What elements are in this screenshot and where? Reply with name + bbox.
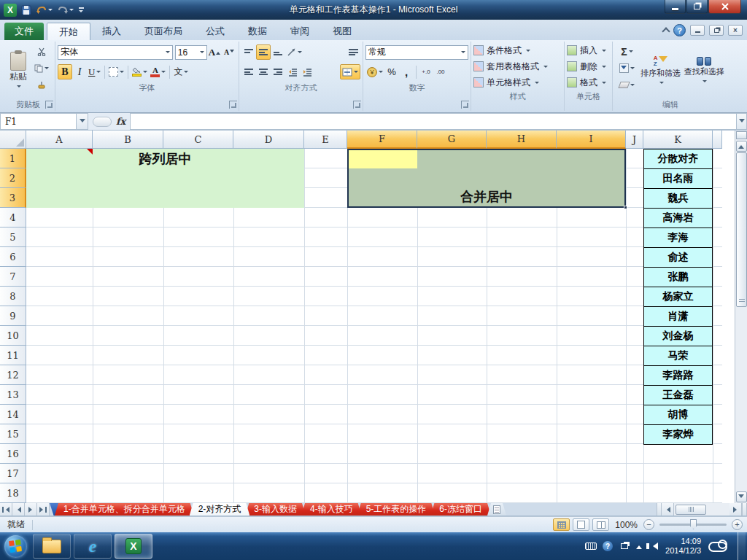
start-button[interactable] bbox=[4, 535, 27, 558]
row-header[interactable]: 5 bbox=[0, 228, 26, 247]
column-header[interactable]: I bbox=[557, 131, 626, 149]
split-handle[interactable] bbox=[736, 131, 747, 139]
keyboard-tray-icon[interactable] bbox=[585, 541, 597, 551]
row-header[interactable]: 4 bbox=[0, 208, 26, 228]
column-header[interactable]: C bbox=[163, 131, 233, 149]
cells-menu-button[interactable]: 删除 bbox=[567, 58, 610, 74]
undo-dropdown-icon[interactable] bbox=[48, 9, 53, 13]
zoom-slider-track[interactable] bbox=[659, 524, 727, 526]
column-header[interactable] bbox=[713, 131, 722, 149]
middle-align-button[interactable] bbox=[256, 44, 271, 60]
ribbon-tab[interactable]: 插入 bbox=[90, 23, 133, 40]
customize-qat-button[interactable] bbox=[77, 4, 85, 17]
taskbar-clock[interactable]: 14:09 2014/12/3 bbox=[665, 537, 701, 556]
sheet-tab[interactable]: 6-冻结窗口 bbox=[430, 503, 491, 516]
ribbon-tab[interactable]: 审阅 bbox=[279, 23, 321, 40]
workbook-restore-button[interactable] bbox=[709, 25, 724, 36]
number-format-combo[interactable]: 常规 bbox=[365, 45, 468, 60]
name-cell[interactable]: 马荣 bbox=[643, 346, 713, 366]
row-header[interactable]: 14 bbox=[0, 405, 26, 424]
vertical-scrollbar[interactable] bbox=[735, 131, 747, 503]
clipboard-dialog-launcher-icon[interactable] bbox=[45, 101, 53, 109]
formula-input[interactable] bbox=[130, 113, 736, 130]
name-cell[interactable]: 刘金杨 bbox=[643, 327, 713, 346]
last-sheet-button[interactable] bbox=[37, 503, 50, 516]
fill-handle[interactable] bbox=[624, 206, 627, 209]
number-dialog-launcher-icon[interactable] bbox=[461, 101, 469, 109]
close-button[interactable] bbox=[708, 0, 741, 14]
styles-menu-button[interactable]: 单元格样式 bbox=[473, 74, 562, 90]
name-cell[interactable]: 田名雨 bbox=[643, 169, 713, 189]
top-align-button[interactable] bbox=[241, 44, 256, 60]
column-header[interactable]: G bbox=[417, 131, 487, 149]
column-header[interactable]: A bbox=[26, 131, 93, 149]
cut-button[interactable] bbox=[33, 44, 50, 59]
windows-tray-icon[interactable] bbox=[619, 541, 630, 551]
weather-icon[interactable] bbox=[707, 540, 727, 553]
row-header[interactable]: 12 bbox=[0, 365, 26, 385]
increase-indent-button[interactable] bbox=[300, 64, 314, 79]
column-header[interactable]: F bbox=[347, 131, 417, 149]
row-header[interactable]: 9 bbox=[0, 306, 26, 326]
show-hidden-icons-button[interactable] bbox=[636, 542, 642, 549]
insert-worksheet-button[interactable] bbox=[487, 503, 506, 516]
column-header[interactable]: H bbox=[487, 131, 557, 149]
bold-button[interactable]: B bbox=[58, 64, 72, 79]
format-painter-button[interactable] bbox=[33, 77, 50, 93]
paste-button[interactable]: 粘贴 bbox=[4, 42, 33, 98]
name-cell[interactable]: 俞述 bbox=[643, 248, 713, 268]
undo-button[interactable] bbox=[35, 4, 54, 17]
active-cell-F1[interactable] bbox=[349, 150, 417, 168]
paste-dropdown-icon[interactable] bbox=[17, 85, 21, 90]
name-cell[interactable]: 分散对齐 bbox=[643, 149, 713, 169]
row-header[interactable]: 3 bbox=[0, 188, 26, 208]
horizontal-scrollbar[interactable] bbox=[674, 503, 729, 516]
alignment-dialog-launcher-icon[interactable] bbox=[353, 101, 361, 109]
minimize-ribbon-icon[interactable] bbox=[662, 27, 670, 35]
zoom-out-button[interactable]: − bbox=[643, 519, 654, 530]
styles-menu-button[interactable]: 条件格式 bbox=[473, 42, 562, 58]
select-all-corner[interactable] bbox=[0, 131, 26, 149]
grow-font-button[interactable]: A bbox=[207, 44, 222, 60]
clear-button[interactable] bbox=[615, 77, 639, 93]
help-tray-icon[interactable]: ? bbox=[603, 541, 613, 551]
workbook-close-button[interactable]: × bbox=[728, 25, 743, 36]
workbook-minimize-button[interactable] bbox=[690, 25, 705, 36]
column-header[interactable]: J bbox=[626, 131, 643, 149]
ribbon-tab[interactable]: 公式 bbox=[194, 23, 236, 40]
row-header[interactable]: 2 bbox=[0, 168, 26, 188]
volume-icon[interactable] bbox=[648, 541, 659, 551]
minimize-button[interactable] bbox=[665, 0, 686, 14]
name-cell[interactable]: 张鹏 bbox=[643, 268, 713, 287]
zoom-level[interactable]: 100% bbox=[615, 520, 638, 530]
name-cell[interactable]: 杨家立 bbox=[643, 287, 713, 307]
ribbon-tab[interactable]: 视图 bbox=[321, 23, 363, 40]
page-break-view-button[interactable] bbox=[592, 518, 609, 531]
vertical-scroll-thumb[interactable] bbox=[736, 152, 747, 307]
copy-dropdown-icon[interactable] bbox=[44, 67, 49, 71]
name-cell[interactable]: 魏兵 bbox=[643, 189, 713, 209]
row-header[interactable]: 7 bbox=[0, 267, 26, 287]
row-header[interactable]: 13 bbox=[0, 385, 26, 405]
cell-grid[interactable]: 跨列居中 合并居中 分散对齐 田名雨 魏兵 高海岩 李海 bbox=[26, 149, 722, 503]
sheet-tab[interactable]: 5-工作表的操作 bbox=[357, 503, 436, 516]
scroll-down-button[interactable] bbox=[736, 491, 747, 502]
name-cell[interactable]: 高海岩 bbox=[643, 209, 713, 228]
zoom-slider-handle[interactable] bbox=[690, 519, 697, 529]
restore-button[interactable] bbox=[686, 0, 708, 14]
styles-menu-button[interactable]: 套用表格格式 bbox=[473, 58, 562, 74]
previous-sheet-button[interactable] bbox=[12, 503, 25, 516]
taskbar-explorer-button[interactable] bbox=[33, 534, 71, 559]
help-icon[interactable]: ? bbox=[673, 24, 686, 36]
name-cell[interactable]: 肖潇 bbox=[643, 307, 713, 327]
autosum-button[interactable]: Σ bbox=[615, 44, 639, 59]
comma-style-button[interactable]: , bbox=[399, 64, 414, 79]
increase-decimal-button[interactable]: +.0 bbox=[419, 64, 433, 79]
decrease-indent-button[interactable] bbox=[285, 64, 300, 79]
tab-split-handle-right[interactable] bbox=[742, 503, 747, 516]
taskbar-excel-button[interactable]: X bbox=[115, 534, 152, 559]
sheet-tab[interactable]: 3-输入数据 bbox=[245, 503, 306, 516]
ribbon-tab[interactable]: 数据 bbox=[236, 23, 279, 40]
excel-app-icon[interactable]: X bbox=[4, 4, 17, 17]
row-header[interactable]: 6 bbox=[0, 247, 26, 267]
